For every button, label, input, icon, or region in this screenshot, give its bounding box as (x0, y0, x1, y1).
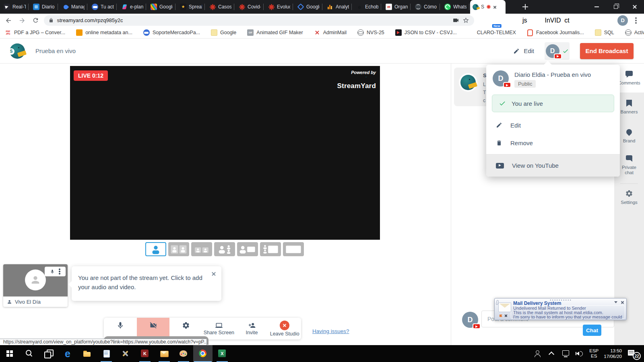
share-screen-button[interactable]: Share Screen (202, 318, 235, 339)
mail-notification-popup[interactable]: Mail Delivery System Undelivered Mail Re… (494, 298, 627, 320)
tray-language[interactable]: ESP ES (589, 348, 599, 359)
browser-tab[interactable]: Google (147, 0, 176, 14)
leave-studio-button[interactable]: Leave Studio (268, 318, 301, 339)
taskbar-app-button[interactable] (97, 345, 116, 362)
bookmark-item[interactable]: Activate HUD (625, 29, 644, 36)
window-restore-button[interactable] (606, 0, 625, 14)
browser-tab[interactable]: e-plann (118, 0, 147, 14)
tray-people-icon[interactable] (533, 349, 542, 358)
layout-option-small-side-by-side[interactable] (191, 242, 212, 256)
bookmark-item[interactable]: AdminMail (314, 29, 347, 36)
tray-chevron-up-icon[interactable] (547, 349, 556, 358)
browser-tab[interactable]: Real-Tim (0, 0, 29, 14)
tray-network-icon[interactable] (561, 349, 570, 358)
delete-mail-icon[interactable] (504, 314, 508, 317)
browser-tab[interactable]: Casos e (206, 0, 235, 14)
browser-tab[interactable]: Tu activ (88, 0, 118, 14)
bookmark-star-icon[interactable] (462, 17, 469, 24)
taskbar-app-button[interactable] (174, 345, 193, 362)
dropdown-view-on-youtube-item[interactable]: View on YouTube (486, 154, 620, 177)
extension-icon[interactable] (590, 15, 601, 26)
flag-icon[interactable] (500, 315, 502, 317)
browser-tab[interactable]: e Echobo (353, 0, 382, 14)
browser-tab[interactable]: Analytic (323, 0, 353, 14)
taskbar-app-button[interactable]: K (135, 345, 155, 362)
layout-option-side-by-side[interactable] (168, 242, 189, 256)
media-camera-icon[interactable] (452, 18, 459, 23)
window-close-button[interactable] (625, 0, 644, 14)
tray-clock[interactable]: 13:50 17/06/20 (604, 348, 622, 359)
popup-options-icon[interactable] (614, 301, 617, 303)
browser-tab-active-streamyard[interactable]: S (470, 0, 506, 14)
reload-icon[interactable] (31, 15, 41, 26)
self-video-preview[interactable]: Vivo El Día (3, 264, 68, 307)
tray-volume-icon[interactable] (575, 349, 584, 358)
layout-option-speaker-screen[interactable] (237, 242, 258, 256)
extension-icon[interactable]: ct (561, 15, 572, 26)
taskbar-app-button[interactable]: X (213, 345, 232, 362)
browser-tab[interactable]: Google (294, 0, 323, 14)
layout-option-speaker-grid[interactable] (214, 242, 235, 256)
browser-tab[interactable]: Covid-1 (235, 0, 264, 14)
taskbar-app-button[interactable] (77, 345, 97, 362)
chat-button[interactable]: Chat (583, 325, 601, 336)
chrome-menu-icon[interactable] (635, 20, 637, 21)
edit-broadcast-button[interactable]: Edit (513, 47, 534, 54)
end-broadcast-button[interactable]: End Broadcast (580, 43, 634, 59)
taskbar-app-button[interactable] (39, 345, 58, 362)
extension-icon[interactable] (506, 15, 516, 26)
sidebar-tab-settings[interactable]: Settings (614, 189, 644, 205)
browser-tab[interactable]: Evoluci (264, 0, 294, 14)
taskbar-app-button[interactable] (19, 345, 39, 362)
browser-tab[interactable]: IR Organiz (382, 0, 411, 14)
layout-option-solo[interactable] (145, 242, 166, 256)
taskbar-app-button[interactable] (155, 345, 174, 362)
tray-notifications[interactable]: 22 (627, 348, 639, 359)
extension-icon[interactable] (603, 15, 614, 26)
browser-tab[interactable]: WhatsA (441, 0, 470, 14)
extension-icon[interactable]: New (491, 15, 502, 26)
tab-close-icon[interactable] (493, 5, 497, 9)
bookmark-item[interactable]: PDF JPG PDF a JPG – Conver... (5, 29, 65, 36)
having-issues-link[interactable]: Having issues? (312, 328, 349, 334)
address-bar[interactable]: streamyard.com/rpzq985y2c (44, 15, 474, 26)
layout-option-sidebar-screen[interactable] (260, 242, 281, 256)
bookmark-item[interactable]: GIF Animated GIF Maker (247, 29, 303, 36)
extension-icon[interactable] (576, 15, 586, 26)
dropdown-remove-item[interactable]: Remove (486, 135, 620, 151)
extension-icon[interactable] (533, 15, 544, 26)
taskbar-app-button[interactable] (0, 345, 19, 362)
invite-button[interactable]: Invite (235, 318, 268, 339)
destination-avatar-button[interactable]: D (545, 42, 570, 60)
bookmark-item[interactable]: NVS-25 (357, 29, 384, 36)
extension-icon[interactable]: js (519, 15, 530, 26)
extension-icon[interactable] (477, 15, 488, 26)
bookmark-item[interactable]: CLARO-TELMEX (468, 29, 516, 36)
taskbar-app-button[interactable] (193, 345, 213, 362)
back-icon[interactable] (3, 15, 14, 26)
browser-tab[interactable]: Spreake (176, 0, 206, 14)
bookmark-item[interactable]: JSON to CSV - CSVJ... (395, 29, 457, 36)
bookmark-item[interactable]: Facebook Journalis... (527, 29, 584, 36)
popup-close-icon[interactable] (621, 300, 624, 304)
taskbar-app-button[interactable] (116, 345, 135, 362)
bookmark-item[interactable]: SoporteMercadoPa... (143, 29, 200, 36)
taskbar-app-button[interactable]: e (58, 345, 77, 362)
browser-tab[interactable]: Manage (59, 0, 88, 14)
tooltip-close-icon[interactable] (211, 272, 216, 276)
browser-profile-avatar[interactable]: D (617, 15, 628, 26)
browser-tab[interactable]: Cómo l (411, 0, 441, 14)
window-minimize-button[interactable] (587, 0, 606, 14)
self-video-frame[interactable] (3, 264, 68, 296)
forward-icon[interactable] (17, 15, 27, 26)
extension-icon[interactable]: InVID (547, 15, 558, 26)
mic-icon[interactable] (50, 269, 55, 275)
bookmark-item[interactable]: Google (211, 29, 236, 36)
new-tab-button[interactable] (520, 2, 530, 12)
bookmark-item[interactable]: SQL (595, 29, 614, 36)
layout-option-screen-only[interactable] (283, 242, 304, 256)
dropdown-edit-item[interactable]: Edit (486, 117, 620, 133)
browser-tab[interactable]: Diario E (29, 0, 59, 14)
bookmark-item[interactable]: online metadata an... (76, 29, 132, 36)
more-options-icon[interactable] (59, 271, 60, 272)
